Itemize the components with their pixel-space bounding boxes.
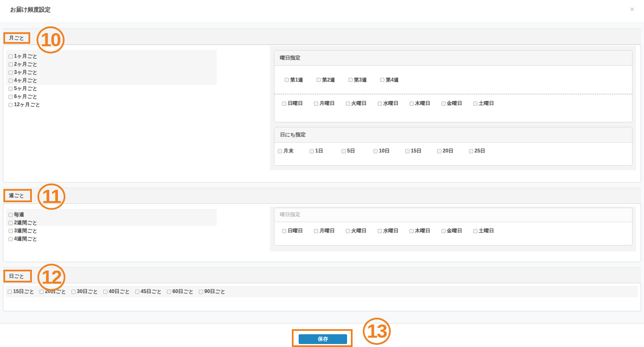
- monthly-option-checkbox[interactable]: [8, 71, 13, 75]
- weekday-option[interactable]: 日曜日: [282, 100, 314, 107]
- date-option[interactable]: 1日: [310, 147, 342, 155]
- weekly-option[interactable]: 毎週: [8, 211, 116, 219]
- weekday-checkbox[interactable]: [378, 102, 382, 106]
- week-number-checkbox[interactable]: [285, 78, 289, 82]
- week-number-checkbox[interactable]: [348, 78, 353, 82]
- date-option[interactable]: 月末: [278, 147, 310, 155]
- weekday-option[interactable]: 土曜日: [473, 227, 505, 234]
- daily-option-label: 30日ごと: [77, 288, 98, 295]
- weekly-weekday-panel: 曜日指定 日曜日 月曜日 火曜日: [274, 208, 633, 245]
- date-option[interactable]: 15日: [405, 147, 437, 155]
- weekday-checkbox[interactable]: [282, 102, 286, 106]
- section-label-weekly: 週ごと: [5, 192, 25, 199]
- weekday-checkbox[interactable]: [282, 229, 286, 233]
- weekday-option[interactable]: 水曜日: [378, 100, 410, 107]
- monthly-option[interactable]: 2ヶ月ごと: [8, 60, 116, 68]
- date-checkbox[interactable]: [373, 149, 378, 153]
- weekday-option[interactable]: 水曜日: [378, 227, 410, 234]
- week-number-option[interactable]: 第2週: [316, 76, 348, 84]
- weekly-option-checkbox[interactable]: [8, 213, 13, 217]
- monthly-option[interactable]: 6ヶ月ごと: [8, 93, 116, 101]
- weekly-option-checkbox[interactable]: [8, 237, 13, 241]
- weekday-label: 水曜日: [383, 227, 398, 234]
- daily-option-checkbox[interactable]: [167, 290, 171, 294]
- date-checkbox[interactable]: [278, 149, 282, 153]
- weekday-checkbox[interactable]: [410, 102, 414, 106]
- monthly-option-checkbox[interactable]: [8, 95, 13, 99]
- daily-option-checkbox[interactable]: [71, 290, 76, 294]
- weekday-option[interactable]: 木曜日: [410, 100, 441, 107]
- weekly-option-checkbox[interactable]: [8, 221, 13, 225]
- monthly-option-checkbox[interactable]: [8, 62, 13, 67]
- monthly-option-checkbox[interactable]: [8, 79, 13, 83]
- close-icon[interactable]: ×: [627, 4, 637, 14]
- daily-option-checkbox[interactable]: [40, 290, 44, 294]
- weekly-weekday-row: 日曜日 月曜日 火曜日 水曜日: [274, 222, 632, 234]
- week-number-option[interactable]: 第1週: [285, 76, 316, 84]
- weekly-option[interactable]: 3週間ごと: [8, 227, 116, 235]
- monthly-option[interactable]: 3ヶ月ごと: [8, 68, 116, 76]
- weekday-option[interactable]: 火曜日: [346, 227, 378, 234]
- weekday-option[interactable]: 火曜日: [346, 100, 378, 107]
- week-number-checkbox[interactable]: [316, 78, 321, 82]
- weekday-checkbox[interactable]: [473, 102, 477, 106]
- daily-option[interactable]: 60日ごと: [167, 288, 199, 295]
- weekly-option[interactable]: 2週間ごと: [8, 219, 116, 227]
- daily-option[interactable]: 90日ごと: [199, 288, 231, 295]
- weekday-label: 火曜日: [351, 100, 367, 107]
- weekday-option[interactable]: 金曜日: [441, 100, 473, 107]
- weekday-checkbox[interactable]: [441, 229, 446, 233]
- date-option[interactable]: 10日: [373, 147, 405, 155]
- monthly-option[interactable]: 5ヶ月ごと: [8, 85, 116, 93]
- monthly-option-checkbox[interactable]: [8, 103, 13, 107]
- daily-option-checkbox[interactable]: [8, 290, 12, 294]
- weekday-option[interactable]: 月曜日: [314, 100, 346, 107]
- weekday-option[interactable]: 日曜日: [282, 227, 314, 234]
- date-checkbox[interactable]: [342, 149, 346, 153]
- weekday-checkbox[interactable]: [410, 229, 414, 233]
- monthly-option[interactable]: 4ヶ月ごと: [8, 76, 116, 85]
- monthly-option[interactable]: 1ヶ月ごと: [8, 52, 116, 60]
- weekday-label: 火曜日: [351, 227, 367, 234]
- weekday-option[interactable]: 月曜日: [314, 227, 346, 234]
- monthly-option-checkbox[interactable]: [8, 87, 13, 91]
- week-number-option[interactable]: 第4週: [380, 76, 412, 84]
- daily-option[interactable]: 40日ごと: [103, 288, 135, 295]
- week-number-checkbox[interactable]: [380, 78, 384, 82]
- weekday-checkbox[interactable]: [314, 229, 318, 233]
- date-checkbox[interactable]: [310, 149, 314, 153]
- daily-option[interactable]: 30日ごと: [71, 288, 103, 295]
- daily-option[interactable]: 45日ごと: [135, 288, 167, 295]
- daily-option-checkbox[interactable]: [103, 290, 107, 294]
- monthly-date-panel: 日にち指定 月末 1日 5日: [274, 127, 633, 166]
- section-label-monthly: 月ごと: [5, 34, 25, 42]
- annotation-box-weekly: 週ごと: [3, 189, 32, 202]
- weekday-option[interactable]: 木曜日: [410, 227, 441, 234]
- weekday-checkbox[interactable]: [441, 102, 446, 106]
- week-number-option[interactable]: 第3週: [348, 76, 380, 84]
- daily-option-checkbox[interactable]: [135, 290, 139, 294]
- date-option[interactable]: 20日: [437, 147, 469, 155]
- weekday-checkbox[interactable]: [346, 229, 350, 233]
- date-option[interactable]: 25日: [469, 147, 501, 155]
- weekly-option-checkbox[interactable]: [8, 229, 13, 233]
- date-option[interactable]: 5日: [342, 147, 373, 155]
- monthly-weekday-panel-title: 曜日指定: [274, 51, 632, 66]
- daily-option-checkbox[interactable]: [199, 290, 203, 294]
- weekday-checkbox[interactable]: [378, 229, 382, 233]
- weekday-checkbox[interactable]: [346, 102, 350, 106]
- weekday-checkbox[interactable]: [314, 102, 318, 106]
- date-checkbox[interactable]: [469, 149, 473, 153]
- weekday-checkbox[interactable]: [473, 229, 477, 233]
- daily-option[interactable]: 15日ごと: [8, 288, 40, 295]
- monthly-option-label: 2ヶ月ごと: [14, 61, 38, 68]
- monthly-option-checkbox[interactable]: [8, 54, 13, 59]
- weekday-option[interactable]: 金曜日: [441, 227, 473, 234]
- monthly-option[interactable]: 12ヶ月ごと: [8, 101, 116, 109]
- weekly-option[interactable]: 4週間ごと: [8, 235, 116, 243]
- monthly-option-label: 12ヶ月ごと: [14, 101, 40, 108]
- date-checkbox[interactable]: [437, 149, 441, 153]
- week-number-label: 第4週: [386, 76, 399, 84]
- date-checkbox[interactable]: [405, 149, 410, 153]
- weekday-option[interactable]: 土曜日: [473, 100, 505, 107]
